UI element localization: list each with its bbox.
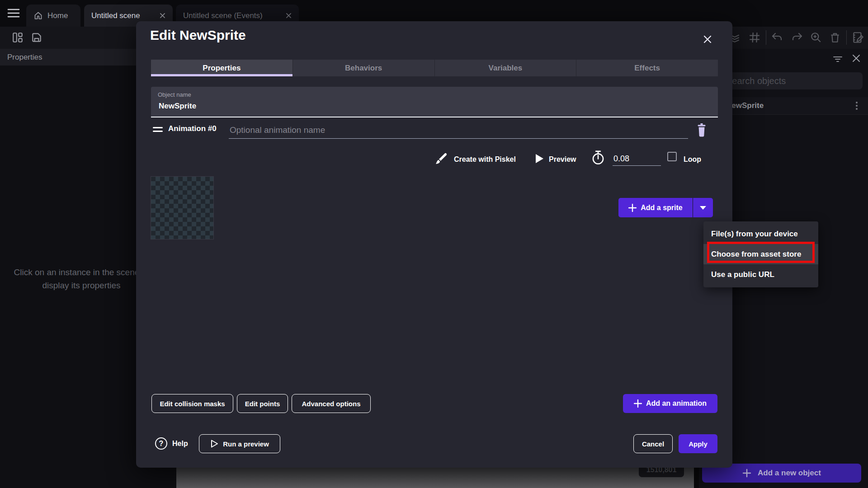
dialog-tab-bar: Properties Behaviors Variables Effects (151, 60, 718, 76)
edit-object-dialog: Edit NewSprite Properties Behaviors Vari… (136, 21, 732, 468)
delete-button[interactable] (829, 32, 841, 43)
add-sprite-dropdown-button[interactable] (693, 198, 713, 217)
tab-home-label: Home (47, 11, 68, 20)
tab-events-label: Untitled scene (Events) (183, 11, 263, 20)
redo-icon (791, 33, 803, 42)
animation-label: Animation #0 (168, 124, 217, 133)
properties-panel-title: Properties (7, 53, 42, 62)
filter-objects-button[interactable] (833, 55, 843, 63)
help-icon: ? (155, 437, 167, 450)
cancel-button[interactable]: Cancel (633, 434, 673, 453)
tab-scene-label: Untitled scene (91, 11, 140, 20)
save-button[interactable] (31, 32, 42, 43)
apply-button[interactable]: Apply (679, 434, 717, 453)
close-panel-button[interactable] (852, 54, 861, 63)
add-sprite-button[interactable]: Add a sprite (618, 198, 693, 217)
active-tab-underline (151, 74, 292, 76)
tab-properties[interactable]: Properties (151, 60, 292, 76)
tab-behaviors[interactable]: Behaviors (292, 60, 434, 76)
undo-icon (771, 33, 783, 42)
trash-icon (829, 32, 841, 43)
brush-icon (434, 151, 448, 166)
frame-time-input[interactable] (613, 152, 661, 166)
dialog-title: Edit NewSprite (150, 28, 246, 43)
preview-label[interactable]: Preview (549, 155, 576, 164)
advanced-options-button[interactable]: Advanced options (292, 394, 371, 413)
edit-collision-masks-button[interactable]: Edit collision masks (151, 394, 233, 413)
run-preview-button[interactable]: Run a preview (199, 434, 280, 453)
home-icon (33, 11, 43, 20)
play-icon (534, 153, 544, 164)
search-objects-input[interactable] (720, 72, 863, 89)
tab-effects[interactable]: Effects (576, 60, 718, 76)
hamburger-icon (7, 8, 20, 19)
stopwatch-icon (591, 150, 605, 165)
add-sprite-label: Add a sprite (641, 204, 682, 212)
object-name-field-label: Object name (158, 91, 711, 98)
loop-checkbox[interactable] (667, 152, 677, 161)
filter-icon (833, 55, 843, 63)
add-animation-button[interactable]: Add an animation (623, 394, 717, 413)
create-with-piskel-button[interactable] (434, 151, 448, 166)
toggle-panels-button[interactable] (12, 32, 24, 43)
add-sprite-split-button: Add a sprite (618, 198, 713, 217)
edit-events-button[interactable] (852, 32, 864, 43)
drag-handle-icon[interactable] (153, 127, 163, 132)
close-icon (702, 34, 713, 45)
tab-home[interactable]: Home (26, 5, 80, 27)
help-label: Help (172, 440, 188, 448)
close-tab-icon[interactable] (286, 13, 292, 19)
object-name-field[interactable]: Object name (151, 87, 718, 117)
zoom-in-icon (810, 32, 822, 43)
animation-name-input[interactable] (229, 122, 688, 139)
app-screen: Home Untitled scene Untitled scene (Even… (0, 0, 868, 488)
save-icon (31, 32, 42, 43)
zoom-in-button[interactable] (810, 32, 822, 43)
redo-button[interactable] (791, 33, 803, 42)
preview-button[interactable] (534, 153, 544, 164)
loop-label: Loop (684, 155, 701, 164)
add-new-object-label: Add a new object (758, 469, 821, 478)
plus-icon (634, 399, 642, 408)
delete-animation-button[interactable] (696, 123, 708, 137)
kebab-menu-icon[interactable] (855, 101, 858, 110)
canvas-edge (176, 468, 694, 488)
create-with-piskel-label[interactable]: Create with Piskel (454, 155, 516, 164)
annotation-highlight-box (707, 242, 815, 263)
play-outline-icon (210, 439, 218, 448)
menu-item-use-public-url[interactable]: Use a public URL (703, 264, 818, 285)
close-icon (852, 54, 861, 63)
close-tab-icon[interactable] (160, 13, 165, 19)
grid-icon (749, 32, 760, 43)
toolbar-divider (846, 30, 847, 45)
grid-button[interactable] (749, 32, 760, 43)
trash-icon (696, 123, 708, 137)
edit-points-button[interactable]: Edit points (237, 394, 288, 413)
edit-sheet-icon (852, 32, 864, 43)
dialog-close-button[interactable] (702, 34, 713, 45)
object-name-input[interactable] (158, 101, 702, 111)
sprite-thumbnail-empty[interactable] (151, 176, 214, 239)
main-menu-button[interactable] (7, 8, 20, 19)
undo-button[interactable] (771, 33, 783, 42)
plus-icon (742, 469, 751, 478)
panels-icon (12, 32, 24, 43)
help-button[interactable]: ? Help (155, 437, 188, 450)
toolbar-divider (766, 30, 766, 45)
plus-icon (628, 204, 637, 212)
chevron-down-icon (700, 206, 706, 210)
tab-variables[interactable]: Variables (434, 60, 576, 76)
menu-item-files-from-device[interactable]: File(s) from your device (703, 224, 818, 244)
